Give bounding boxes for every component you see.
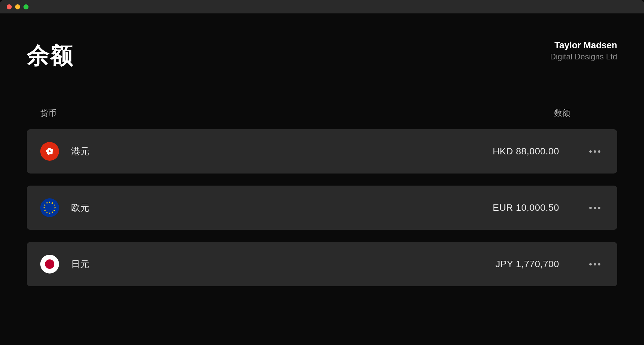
more-icon	[598, 263, 600, 265]
more-icon	[598, 207, 600, 209]
svg-marker-2	[53, 204, 56, 206]
more-icon	[594, 263, 596, 265]
svg-marker-7	[46, 211, 48, 214]
svg-marker-1	[51, 202, 54, 204]
svg-marker-11	[46, 202, 48, 204]
balance-amount: EUR 10,000.50	[493, 202, 559, 213]
column-header-amount: 数额	[554, 108, 570, 118]
more-icon	[589, 207, 592, 209]
window-minimize-button[interactable]	[15, 4, 20, 9]
user-company: Digital Designs Ltd	[550, 52, 617, 61]
more-actions-button[interactable]	[586, 147, 604, 156]
balance-row[interactable]: 日元 JPY 1,770,700	[27, 242, 617, 286]
more-icon	[589, 150, 592, 153]
main-content: 余额 Taylor Madsen Digital Designs Ltd 货币 …	[0, 13, 644, 312]
currency-name: 日元	[71, 258, 495, 270]
currency-name: 港元	[71, 145, 493, 157]
svg-marker-10	[44, 204, 46, 206]
currency-name: 欧元	[71, 202, 493, 214]
window-close-button[interactable]	[7, 4, 12, 9]
more-icon	[589, 263, 592, 265]
column-header-currency: 货币	[40, 108, 56, 118]
balance-amount: HKD 88,000.00	[493, 146, 559, 157]
svg-marker-9	[43, 207, 45, 209]
more-actions-button[interactable]	[586, 260, 604, 269]
page-title: 余额	[27, 40, 74, 71]
svg-marker-8	[44, 209, 46, 212]
more-icon	[598, 150, 600, 153]
more-icon	[594, 150, 596, 153]
flag-hk-icon	[40, 142, 59, 161]
window-maximize-button[interactable]	[23, 4, 29, 9]
more-actions-button[interactable]	[586, 203, 604, 212]
svg-marker-4	[53, 209, 56, 212]
svg-marker-6	[49, 212, 51, 214]
more-icon	[594, 207, 596, 209]
balance-amount: JPY 1,770,700	[495, 259, 559, 269]
flag-eu-icon	[40, 198, 59, 217]
user-name: Taylor Madsen	[550, 40, 617, 51]
svg-marker-5	[51, 211, 54, 214]
svg-marker-3	[54, 207, 56, 209]
balance-row[interactable]: 欧元 EUR 10,000.50	[27, 186, 617, 230]
user-info: Taylor Madsen Digital Designs Ltd	[550, 40, 617, 61]
app-window: 余额 Taylor Madsen Digital Designs Ltd 货币 …	[0, 0, 644, 345]
flag-jp-icon	[40, 255, 59, 274]
jp-circle-icon	[45, 259, 54, 269]
table-header: 货币 数额	[27, 108, 617, 118]
svg-marker-0	[49, 201, 51, 203]
header-row: 余额 Taylor Madsen Digital Designs Ltd	[27, 40, 617, 71]
window-titlebar	[0, 0, 644, 13]
balance-row[interactable]: 港元 HKD 88,000.00	[27, 129, 617, 174]
